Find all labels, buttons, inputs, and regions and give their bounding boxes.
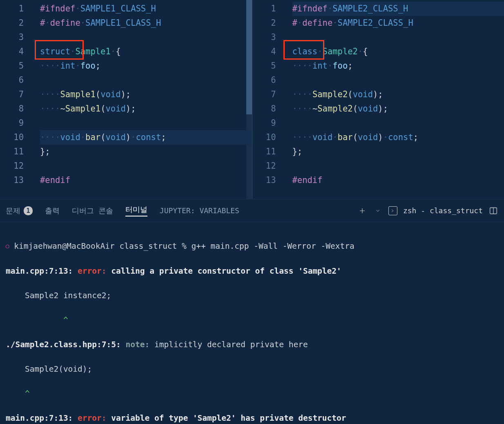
tab-terminal[interactable]: 터미널 bbox=[125, 205, 147, 216]
line-gutter: 12345678910111213 bbox=[252, 2, 288, 187]
panel-tabs: 문제 1 출력 디버그 콘솔 터미널 JUPYTER: VARIABLES zs… bbox=[0, 199, 504, 222]
line-gutter: 12345678910111213 bbox=[0, 2, 35, 187]
split-editor-icon[interactable] bbox=[488, 206, 498, 216]
new-terminal-icon[interactable] bbox=[357, 206, 367, 216]
prompt-status-icon: ◯ bbox=[6, 243, 9, 249]
tab-problems[interactable]: 문제 1 bbox=[6, 206, 33, 216]
tab-jupyter-variables[interactable]: JUPYTER: VARIABLES bbox=[160, 206, 239, 215]
tab-debug-console[interactable]: 디버그 콘솔 bbox=[72, 206, 113, 216]
panel-actions: zsh - class_struct bbox=[357, 206, 498, 216]
problems-badge: 1 bbox=[24, 206, 33, 215]
terminal-output[interactable]: ◯ kimjaehwan@MacBookAir class_struct % g… bbox=[0, 222, 504, 424]
tab-output[interactable]: 출력 bbox=[45, 206, 60, 216]
editor-split: 12345678910111213 #ifndef·SAMPLE1_CLASS_… bbox=[0, 0, 504, 199]
editor-pane-left[interactable]: 12345678910111213 #ifndef·SAMPLE1_CLASS_… bbox=[0, 0, 252, 199]
tab-label: 문제 bbox=[6, 206, 20, 216]
terminal-shell-label[interactable]: zsh - class_struct bbox=[403, 206, 483, 215]
chevron-down-icon[interactable] bbox=[373, 206, 383, 216]
editor-pane-right[interactable]: 12345678910111213 #ifndef·SAMPLE2_CLASS_… bbox=[252, 0, 504, 199]
code-area[interactable]: #ifndef·SAMPLE1_CLASS_H #·define·SAMPLE1… bbox=[40, 2, 252, 187]
terminal-shell-icon[interactable] bbox=[388, 206, 397, 215]
terminal-line: kimjaehwan@MacBookAir class_struct % g++… bbox=[14, 241, 355, 251]
code-area[interactable]: #ifndef·SAMPLE2_CLASS_H #·define·SAMPLE2… bbox=[292, 2, 504, 187]
